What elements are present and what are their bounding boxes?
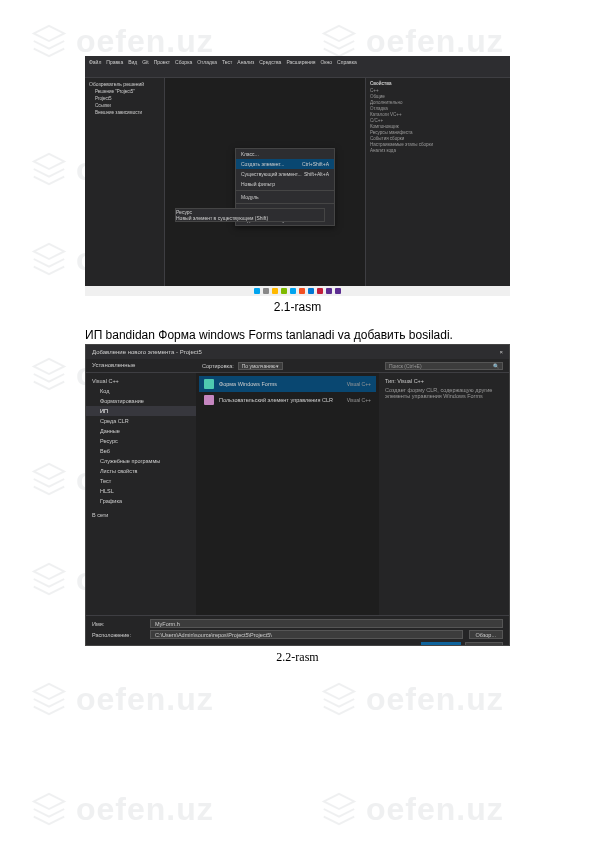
close-icon[interactable]: × (499, 349, 503, 355)
properties-panel: Свойства C++ Общие Дополнительно Отладка… (365, 78, 510, 286)
category-item[interactable]: Код (86, 386, 196, 396)
category-online[interactable]: В сети (86, 510, 196, 520)
ide-menubar: Файл Правка Вид Git Проект Сборка Отладк… (85, 56, 510, 68)
context-menu-item[interactable]: Создать элемент...Ctrl+Shift+A (236, 159, 334, 169)
solution-tree-item[interactable]: Решение "Project5" (87, 88, 162, 95)
menu-view[interactable]: Вид (128, 59, 137, 65)
solution-explorer: Обозреватель решений Решение "Project5" … (85, 78, 165, 286)
taskbar-icon[interactable] (281, 288, 287, 294)
sort-dropdown[interactable]: По умолчанию ▾ (238, 362, 283, 370)
menu-tools[interactable]: Средства (259, 59, 281, 65)
taskbar-icon[interactable] (299, 288, 305, 294)
menu-build[interactable]: Сборка (175, 59, 192, 65)
category-item[interactable]: Тест (86, 476, 196, 486)
category-tree: Visual C++ Код Форматирование ИП Среда C… (86, 373, 196, 615)
solution-explorer-title: Обозреватель решений (87, 80, 162, 88)
taskbar-icon[interactable] (263, 288, 269, 294)
category-item[interactable]: Графика (86, 496, 196, 506)
desc-text: Создает форму CLR, содержащую другие эле… (385, 387, 503, 399)
location-label: Расположение: (92, 632, 144, 638)
add-button[interactable]: Добавить (421, 642, 461, 646)
dialog-titlebar: Добавление нового элемента - Project5 × (86, 345, 509, 359)
dialog-title: Добавление нового элемента - Project5 (92, 349, 202, 355)
menu-file[interactable]: Файл (89, 59, 101, 65)
context-menu-item[interactable]: Существующий элемент...Shift+Alt+A (236, 169, 334, 179)
screenshot-add-item-dialog: Добавление нового элемента - Project5 × … (85, 344, 510, 646)
solution-tree-item[interactable]: Ссылки (87, 102, 162, 109)
sort-label: Сортировка: (202, 363, 234, 369)
ide-toolbar (85, 68, 510, 78)
form-icon (204, 379, 214, 389)
name-input[interactable]: MyForm.h (150, 619, 503, 628)
browse-button[interactable]: Обзор... (469, 630, 503, 639)
category-item[interactable]: Веб (86, 446, 196, 456)
figure-caption-1: 2.1-rasm (85, 300, 510, 314)
properties-header: Свойства (368, 80, 508, 87)
template-item-selected[interactable]: Форма Windows Forms Visual C++ (199, 376, 376, 392)
search-icon: 🔍 (493, 363, 499, 369)
description-panel: Тип: Visual C++ Создает форму CLR, содер… (379, 373, 509, 615)
taskbar-icon[interactable] (290, 288, 296, 294)
screenshot-vs-ide: Файл Правка Вид Git Проект Сборка Отладк… (85, 56, 510, 296)
compact-view-link[interactable]: Показать компактное представление (92, 645, 187, 646)
figure-caption-2: 2.2-rasm (85, 650, 510, 665)
category-item[interactable]: Данные (86, 426, 196, 436)
usercontrol-icon (204, 395, 214, 405)
category-item-selected[interactable]: ИП (86, 406, 196, 416)
taskbar-icon[interactable] (308, 288, 314, 294)
category-item[interactable]: Среда CLR (86, 416, 196, 426)
menu-ext[interactable]: Расширения (286, 59, 315, 65)
category-item[interactable]: HLSL (86, 486, 196, 496)
desc-type: Тип: Visual C++ (385, 378, 503, 384)
windows-taskbar (85, 286, 510, 296)
taskbar-icon[interactable] (335, 288, 341, 294)
menu-git[interactable]: Git (142, 59, 148, 65)
location-input[interactable]: C:\Users\Admin\source\repos\Project5\Pro… (150, 630, 463, 639)
taskbar-icon[interactable] (254, 288, 260, 294)
template-item[interactable]: Пользовательский элемент управления CLR … (199, 392, 376, 408)
submenu-item[interactable]: Новый элемент в существующем (Shift) (176, 215, 324, 221)
context-menu-item[interactable]: Модуль (236, 192, 334, 202)
menu-edit[interactable]: Правка (106, 59, 123, 65)
menu-window[interactable]: Окно (320, 59, 332, 65)
taskbar-icon[interactable] (272, 288, 278, 294)
category-root[interactable]: Visual C++ (86, 376, 196, 386)
context-submenu: Ресурс Новый элемент в существующем (Shi… (175, 208, 325, 222)
taskbar-icon[interactable] (326, 288, 332, 294)
menu-project[interactable]: Проект (154, 59, 170, 65)
ide-editor-area: Класс... Создать элемент...Ctrl+Shift+A … (165, 78, 365, 286)
search-input[interactable]: Поиск (Ctrl+E) 🔍 (385, 362, 503, 370)
context-menu-item[interactable]: Новый фильтр (236, 179, 334, 189)
solution-tree-item[interactable]: Project5 (87, 95, 162, 102)
menu-test[interactable]: Тест (222, 59, 232, 65)
page-content: Файл Правка Вид Git Проект Сборка Отладк… (0, 0, 595, 705)
solution-tree-item[interactable]: Внешние зависимости (87, 109, 162, 116)
category-item[interactable]: Форматирование (86, 396, 196, 406)
category-item[interactable]: Листы свойств (86, 466, 196, 476)
menu-debug[interactable]: Отладка (197, 59, 217, 65)
menu-analyze[interactable]: Анализ (237, 59, 254, 65)
name-label: Имя: (92, 621, 144, 627)
cancel-button[interactable]: Отмена (465, 642, 503, 646)
taskbar-icon[interactable] (317, 288, 323, 294)
context-menu-item[interactable]: Класс... (236, 149, 334, 159)
category-item[interactable]: Ресурс (86, 436, 196, 446)
installed-tab[interactable]: Установленные (86, 359, 196, 372)
category-item[interactable]: Служебные программы (86, 456, 196, 466)
dialog-footer: Имя: MyForm.h Расположение: C:\Users\Adm… (86, 615, 509, 646)
body-paragraph: ИП bandidan Форма windows Forms tanlanad… (85, 328, 510, 342)
template-list: Форма Windows Forms Visual C++ Пользоват… (196, 373, 379, 615)
prop-section[interactable]: Анализ кода (368, 147, 508, 153)
menu-help[interactable]: Справка (337, 59, 357, 65)
